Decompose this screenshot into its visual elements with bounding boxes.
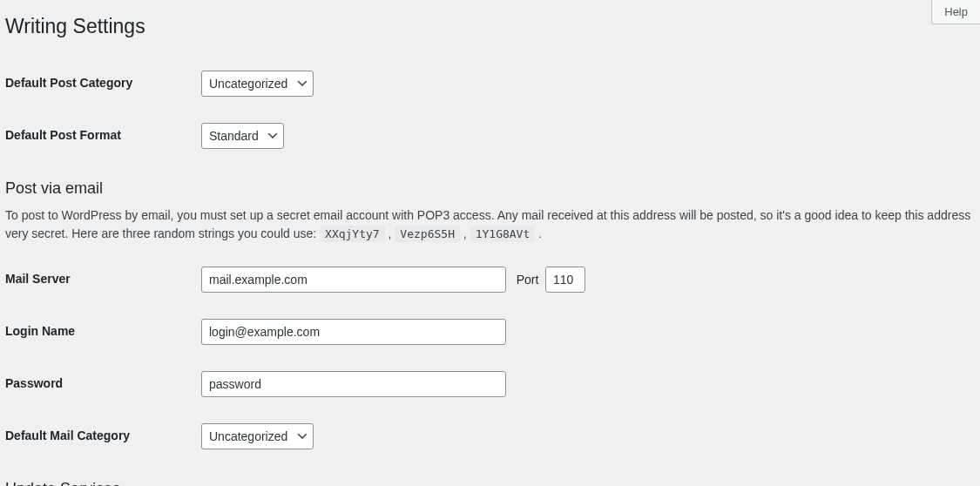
login-name-input[interactable] xyxy=(201,319,506,345)
help-tab[interactable]: Help xyxy=(931,0,980,24)
port-label: Port xyxy=(517,273,539,287)
default-post-format-label: Default Post Format xyxy=(5,110,201,162)
login-name-label: Login Name xyxy=(5,306,201,358)
default-mail-category-label: Default Mail Category xyxy=(5,410,201,462)
random-string-1: XXqjYty7 xyxy=(320,226,385,242)
default-post-format-select[interactable]: Standard xyxy=(201,123,284,149)
port-input[interactable] xyxy=(545,267,585,293)
post-via-email-description: To post to WordPress by email, you must … xyxy=(5,206,980,243)
default-post-category-select[interactable]: Uncategorized xyxy=(201,71,314,97)
mail-server-label: Mail Server xyxy=(5,253,201,306)
default-post-category-label: Default Post Category xyxy=(5,57,201,110)
random-string-2: Vezp6S5H xyxy=(395,226,460,242)
mail-server-input[interactable] xyxy=(201,267,506,293)
default-mail-category-select[interactable]: Uncategorized xyxy=(201,423,314,449)
page-title: Writing Settings xyxy=(5,7,980,42)
password-input[interactable] xyxy=(201,371,506,397)
random-string-3: 1Y1G8AVt xyxy=(470,226,536,242)
update-services-heading: Update Services xyxy=(5,480,980,486)
password-label: Password xyxy=(5,358,201,410)
post-via-email-heading: Post via email xyxy=(5,179,980,198)
